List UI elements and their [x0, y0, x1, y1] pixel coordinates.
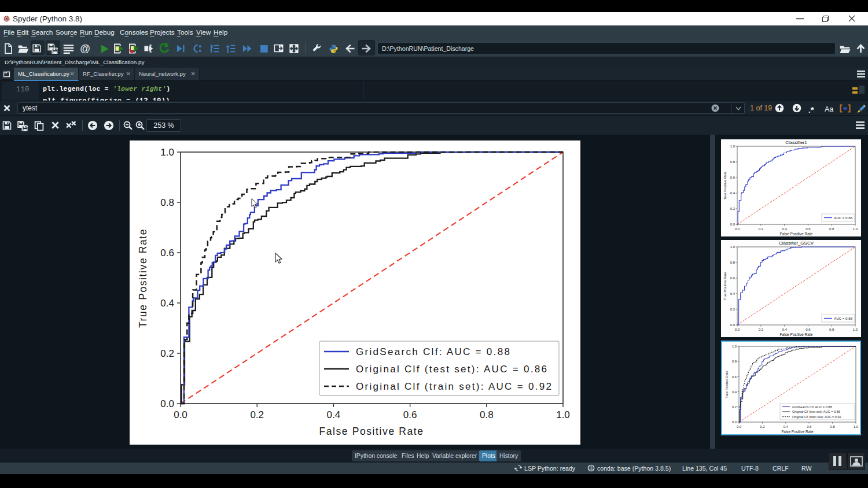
svg-text:0.8: 0.8	[830, 425, 835, 428]
svg-text:0.8: 0.8	[829, 328, 834, 331]
svg-text:False Positive Rate: False Positive Rate	[319, 426, 424, 437]
svg-text:0.2: 0.2	[250, 409, 264, 420]
svg-text:0.8: 0.8	[829, 227, 834, 231]
svg-text:0.8: 0.8	[160, 197, 174, 208]
svg-text:0.2: 0.2	[732, 405, 737, 409]
svg-text:0.0: 0.0	[174, 409, 187, 420]
svg-text:Original Clf (test set): AUC =: Original Clf (test set): AUC = 0.86	[356, 364, 548, 375]
svg-text:0.8: 0.8	[730, 160, 735, 164]
svg-text:True Positive Rate: True Positive Rate	[725, 371, 729, 398]
svg-text:0.0: 0.0	[160, 398, 174, 409]
svg-text:1.0: 1.0	[732, 345, 737, 348]
svg-text:0.6: 0.6	[732, 375, 737, 379]
svg-text:1.0: 1.0	[853, 227, 858, 231]
svg-text:0.2: 0.2	[760, 425, 764, 428]
svg-text:1.0: 1.0	[160, 147, 174, 158]
svg-text:0.6: 0.6	[403, 409, 417, 420]
svg-text:0.6: 0.6	[160, 247, 174, 258]
svg-text:0.6: 0.6	[806, 328, 811, 331]
svg-text:0.6: 0.6	[730, 276, 735, 280]
svg-text:1.0: 1.0	[854, 425, 858, 428]
svg-text:0.8: 0.8	[480, 409, 494, 420]
svg-text:1.0: 1.0	[556, 409, 570, 420]
svg-text:False Positive Rate: False Positive Rate	[780, 332, 813, 337]
svg-text:0.4: 0.4	[730, 191, 735, 195]
svg-text:0.8: 0.8	[732, 360, 737, 363]
svg-text:0.2: 0.2	[759, 328, 764, 331]
svg-text:Original Clf (test set): AUC =: Original Clf (test set): AUC = 0.86	[792, 410, 840, 413]
svg-text:0.0: 0.0	[735, 328, 740, 331]
svg-text:0.6: 0.6	[806, 227, 811, 231]
svg-text:0.0: 0.0	[730, 223, 735, 226]
svg-text:GridSearch Clf: AUC = 0.88: GridSearch Clf: AUC = 0.88	[356, 346, 511, 357]
svg-text:0.2: 0.2	[759, 227, 764, 231]
svg-text:Classifier_GSCV: Classifier_GSCV	[779, 241, 814, 246]
svg-text:0.6: 0.6	[807, 425, 811, 428]
svg-text:AUC = 0.86: AUC = 0.86	[834, 216, 853, 220]
svg-text:0.4: 0.4	[782, 227, 787, 231]
svg-text:0.4: 0.4	[730, 292, 735, 295]
svg-text:0.2: 0.2	[730, 308, 735, 311]
svg-text:0.0: 0.0	[735, 227, 740, 231]
svg-text:0.6: 0.6	[730, 176, 735, 179]
svg-text:GridSearch Clf: AUC = 0.88: GridSearch Clf: AUC = 0.88	[792, 405, 832, 409]
svg-text:0.4: 0.4	[784, 425, 789, 428]
svg-text:1.0: 1.0	[730, 245, 735, 249]
svg-text:0.4: 0.4	[732, 390, 737, 394]
svg-text:0.2: 0.2	[160, 348, 174, 359]
svg-text:0.0: 0.0	[737, 425, 741, 428]
svg-text:True Positive Rate: True Positive Rate	[723, 171, 727, 200]
svg-text:0.2: 0.2	[730, 207, 735, 210]
svg-text:0.4: 0.4	[160, 298, 174, 309]
svg-text:1.0: 1.0	[730, 145, 735, 148]
svg-text:0.0: 0.0	[730, 323, 735, 327]
svg-text:Original Clf (train set): AUC: Original Clf (train set): AUC = 0.92	[792, 415, 841, 419]
svg-text:AUC = 0.88: AUC = 0.88	[834, 316, 853, 320]
svg-text:True Positive Rate: True Positive Rate	[137, 228, 149, 328]
svg-text:0.4: 0.4	[327, 409, 341, 420]
svg-text:0.0: 0.0	[732, 420, 737, 424]
svg-text:Classifier1: Classifier1	[785, 140, 807, 145]
svg-text:False Positive Rate: False Positive Rate	[781, 430, 813, 434]
svg-text:True Positive Rate: True Positive Rate	[723, 272, 727, 301]
svg-text:1.0: 1.0	[853, 328, 858, 331]
svg-text:Original Clf (train set): AUC: Original Clf (train set): AUC = 0.92	[356, 381, 553, 392]
svg-text:0.4: 0.4	[782, 328, 787, 331]
svg-text:False Positive Rate: False Positive Rate	[780, 232, 813, 236]
svg-text:0.8: 0.8	[730, 261, 735, 264]
